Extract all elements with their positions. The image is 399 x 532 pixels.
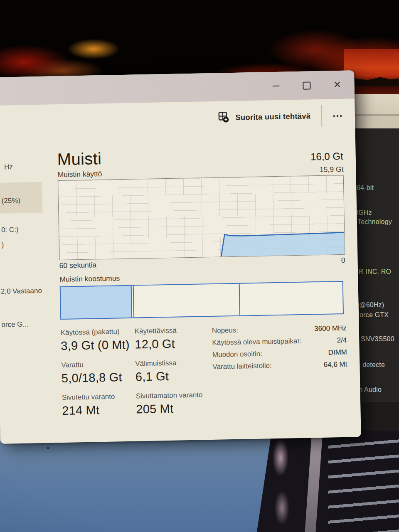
- ellipsis-icon: •••: [333, 112, 343, 119]
- close-button[interactable]: ✕: [331, 79, 344, 91]
- info-slots-used: Käytössä oleva muistipaikat: 2/4: [212, 336, 347, 347]
- usage-chart-title: Muistin käyttö: [57, 170, 102, 179]
- info-form-factor: Muodon osoitin: DIMM: [212, 348, 347, 359]
- info-speed: Nopeus: 3600 MHz: [212, 324, 347, 335]
- sidebar-item-ethernet-fragment[interactable]: 2,0 Vastaano: [1, 287, 42, 296]
- run-new-task-label: Suorita uusi tehtävä: [235, 111, 310, 122]
- sidebar-item-memory-fragment[interactable]: (25%): [2, 197, 21, 205]
- usage-area-series: [58, 175, 345, 260]
- wallpaper-bridge-photo: [0, 431, 399, 532]
- minimize-icon: [272, 86, 279, 87]
- bg-text-fragment: Technology: [357, 218, 392, 226]
- new-task-icon: [218, 111, 230, 124]
- sidebar-item-cpu-fragment[interactable]: Hz: [4, 163, 13, 171]
- memory-usage-chart: [58, 175, 345, 260]
- run-new-task-button[interactable]: Suorita uusi tehtävä: [216, 108, 313, 126]
- sidebar-item-disk2-fragment[interactable]: ): [2, 241, 4, 249]
- close-icon: ✕: [333, 80, 341, 89]
- chart-max-label: 15,9 Gt: [320, 165, 344, 174]
- stat-cached: Välimuistissa 6,1 Gt: [135, 358, 211, 384]
- stat-nonpaged-pool: Sivuttamaton varanto 205 Mt: [136, 391, 212, 416]
- wallpaper-stairs: [328, 431, 399, 532]
- toolbar-separator: [321, 105, 323, 127]
- memory-composition-bar: [60, 281, 346, 320]
- chart-zero-label: 0: [341, 256, 345, 265]
- minimize-button[interactable]: [269, 80, 282, 93]
- memory-statistics: Käytössä (pakattu) 3,9 Gt (0 Mt) Käytett…: [61, 323, 348, 426]
- composition-segment-in-use: [60, 285, 133, 320]
- composition-segment-standby: [133, 283, 240, 318]
- maximize-icon: [303, 81, 310, 89]
- info-hardware-reserved: Varattu laitteistolle: 64,6 Mt: [212, 360, 347, 371]
- sidebar-item-disk-fragment[interactable]: 0: C:): [1, 226, 19, 234]
- stat-paged-pool: Sivutettu varanto 214 Mt: [62, 392, 136, 418]
- stat-in-use: Käytössä (pakattu) 3,9 Gt (0 Mt): [61, 328, 135, 353]
- hardware-info: Nopeus: 3600 MHz Käytössä oleva muistipa…: [212, 323, 348, 423]
- background-window-header: [348, 94, 399, 114]
- stats-grid: Käytössä (pakattu) 3,9 Gt (0 Mt) Käytett…: [61, 326, 212, 426]
- sidebar-item-gpu-fragment[interactable]: orce G...: [1, 320, 29, 329]
- page-title: Muisti: [57, 149, 101, 169]
- wallpaper-reflection: [266, 435, 295, 526]
- total-memory-value: 16,0 Gt: [310, 150, 343, 163]
- stat-available: Käytettävissä 12,0 Gt: [135, 326, 211, 351]
- composition-segment-free: [239, 281, 344, 316]
- bg-text-fragment: SNV3S500: [361, 335, 394, 343]
- task-manager-window: ✕ Suorita uusi tehtävä ••• Hz (25%) 0: [0, 70, 361, 444]
- bg-text-fragment: 64-bit: [357, 184, 374, 192]
- more-options-button[interactable]: •••: [330, 110, 346, 121]
- maximize-button[interactable]: [300, 79, 313, 92]
- memory-panel: Muisti 16,0 Gt Muistin käyttö 15,9 Gt 60…: [57, 132, 348, 426]
- background-window-subheader: [348, 116, 399, 128]
- wallpaper-bird: [47, 447, 49, 449]
- chart-timespan-label: 60 sekuntia: [59, 261, 97, 270]
- stat-committed: Varattu 5,0/18,8 Gt: [61, 360, 135, 385]
